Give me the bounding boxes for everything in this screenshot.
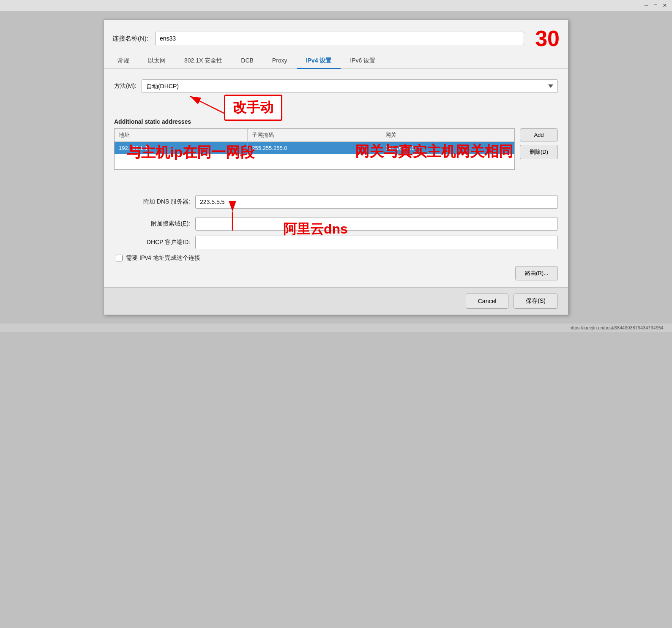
- minimize-button[interactable]: ─: [642, 2, 650, 9]
- tab-proxy[interactable]: Proxy: [263, 54, 297, 69]
- col-netmask: 子网掩码: [248, 129, 381, 141]
- address-table-wrapper: 地址 子网掩码 网关 192.168.1.14 255.255.255.0 19…: [114, 128, 558, 170]
- ipv4-required-checkbox[interactable]: [116, 255, 123, 261]
- tab-dcb[interactable]: DCB: [232, 54, 263, 69]
- checkbox-label: 需要 IPv4 地址完成这个连接: [126, 254, 200, 262]
- tab-general[interactable]: 常规: [108, 54, 139, 69]
- svg-line-1: [190, 96, 237, 120]
- section-title: Additional static addresses: [114, 118, 558, 125]
- side-buttons: Add 删除(D): [520, 128, 558, 170]
- dhcp-row: DHCP 客户端ID:: [114, 236, 558, 249]
- dhcp-label: DHCP 客户端ID:: [114, 239, 190, 246]
- col-gateway: 网关: [381, 129, 514, 141]
- annotation-change: 改手动: [224, 95, 282, 121]
- window-chrome: ─ □ ✕: [0, 0, 672, 11]
- table-row[interactable]: 192.168.1.14 255.255.255.0 192.168.1.1: [115, 142, 514, 154]
- dns-arrow: [178, 197, 283, 231]
- number-badge: 30: [535, 27, 560, 49]
- content-area: 方法(M): 自动(DHCP) 改手动 Additional static ad…: [104, 69, 568, 287]
- method-label: 方法(M):: [114, 82, 137, 90]
- cell-address: 192.168.1.14: [115, 142, 248, 154]
- close-button[interactable]: ✕: [661, 2, 669, 9]
- route-btn-wrapper: 路由(R)...: [114, 266, 558, 280]
- cell-gateway: 192.168.1.1: [381, 142, 514, 154]
- connection-name-row: 连接名称(N): 30: [104, 20, 568, 54]
- route-button[interactable]: 路由(R)...: [515, 266, 558, 280]
- tab-ipv4[interactable]: IPv4 设置: [297, 54, 341, 69]
- maximize-button[interactable]: □: [652, 2, 659, 9]
- dialog-footer: Cancel 保存(S): [104, 287, 568, 315]
- address-table: 地址 子网掩码 网关 192.168.1.14 255.255.255.0 19…: [114, 128, 515, 170]
- col-address: 地址: [115, 129, 248, 141]
- cancel-button[interactable]: Cancel: [466, 294, 509, 309]
- method-select[interactable]: 自动(DHCP): [142, 79, 558, 93]
- checkbox-row: 需要 IPv4 地址完成这个连接: [116, 254, 558, 262]
- network-dialog: 连接名称(N): 30 常规 以太网 802.1X 安全性 DCB Proxy …: [104, 19, 568, 315]
- connection-name-label: 连接名称(N):: [112, 35, 148, 43]
- connection-name-input[interactable]: [155, 32, 524, 45]
- table-empty-row: [115, 154, 514, 169]
- annotation-arrow-1: [173, 92, 258, 122]
- dhcp-input[interactable]: [195, 236, 558, 249]
- tab-bar: 常规 以太网 802.1X 安全性 DCB Proxy IPv4 设置 IPv6…: [104, 54, 568, 69]
- table-header: 地址 子网掩码 网关: [115, 129, 514, 142]
- tab-ipv6[interactable]: IPv6 设置: [341, 54, 385, 69]
- cell-netmask: 255.255.255.0: [248, 142, 381, 154]
- tab-ethernet[interactable]: 以太网: [139, 54, 175, 69]
- tab-security[interactable]: 802.1X 安全性: [175, 54, 232, 69]
- method-row: 方法(M): 自动(DHCP): [114, 79, 558, 93]
- url-bar: https://jueejin.cn/post/6844903879434794…: [0, 324, 672, 332]
- save-button[interactable]: 保存(S): [514, 294, 558, 309]
- delete-button[interactable]: 删除(D): [520, 145, 558, 159]
- add-button[interactable]: Add: [520, 128, 558, 141]
